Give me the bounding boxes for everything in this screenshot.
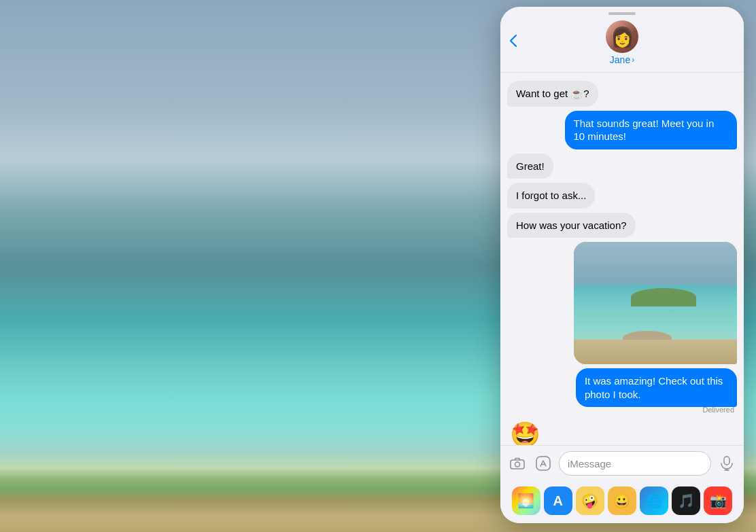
appstore-button[interactable]	[533, 453, 553, 474]
message-row: 🤩	[507, 418, 737, 445]
mic-button[interactable]	[717, 453, 737, 474]
dock-camera-icon[interactable]: 📸	[704, 486, 732, 515]
message-bubble: It was amazing! Check out this photo I t…	[576, 368, 737, 407]
top-pill	[608, 12, 636, 15]
message-row: It was amazing! Check out this photo I t…	[507, 368, 737, 414]
dock-appstore-icon[interactable]: A	[544, 486, 572, 515]
dock-memoji-icon[interactable]: 🤪	[576, 486, 604, 515]
svg-point-1	[515, 462, 520, 467]
messages-area: Want to get ☕? That sounds great! Meet y…	[500, 73, 744, 445]
message-row	[507, 242, 737, 364]
svg-rect-2	[536, 457, 550, 470]
message-bubble: How was your vacation?	[507, 213, 636, 238]
top-indicator	[500, 7, 744, 18]
photo-island	[631, 288, 696, 306]
photo-message	[574, 242, 737, 364]
message-row: Great!	[507, 154, 737, 179]
messages-panel: 👩 Jane › Want to get ☕? That sounds grea…	[500, 7, 744, 523]
camera-button[interactable]	[507, 453, 528, 474]
photo-sky	[574, 242, 737, 291]
message-row: That sounds great! Meet you in 10 minute…	[507, 111, 737, 149]
imessage-input-row[interactable]: iMessage	[559, 451, 711, 476]
dock-music-icon[interactable]: 🎵	[672, 486, 700, 515]
bottom-dock: 🌅 A 🤪 😀 🌐 🎵 📸	[500, 481, 744, 523]
message-row: I forgot to ask...	[507, 183, 737, 209]
svg-rect-3	[724, 457, 729, 465]
dock-web-icon[interactable]: 🌐	[640, 486, 668, 515]
emoji-message: 🤩	[507, 418, 543, 445]
back-button[interactable]	[510, 35, 517, 47]
contact-name[interactable]: Jane ›	[610, 54, 634, 65]
message-bubble: I forgot to ask...	[507, 183, 595, 209]
dock-photos-icon[interactable]: 🌅	[512, 486, 540, 515]
message-row: How was your vacation?	[507, 213, 737, 238]
message-bubble: Great!	[507, 154, 553, 179]
message-row: Want to get ☕?	[507, 81, 737, 107]
svg-rect-0	[511, 460, 524, 469]
message-header: 👩 Jane ›	[500, 18, 744, 73]
avatar: 👩	[606, 20, 638, 53]
delivered-status: Delivered	[703, 406, 737, 414]
dock-animoji-icon[interactable]: 😀	[608, 486, 636, 515]
input-bar: iMessage	[500, 445, 744, 481]
message-bubble: Want to get ☕?	[507, 81, 598, 107]
message-bubble: That sounds great! Meet you in 10 minute…	[565, 111, 738, 149]
photo-content	[574, 242, 737, 364]
photo-sand	[574, 340, 737, 364]
chevron-right-icon: ›	[632, 55, 634, 65]
